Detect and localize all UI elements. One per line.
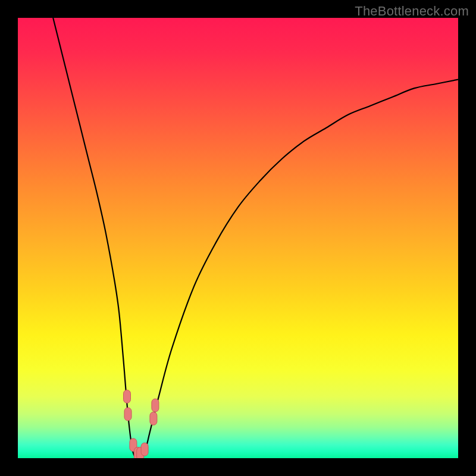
chart-frame: TheBottleneck.com — [0, 0, 476, 476]
watermark-text: TheBottleneck.com — [355, 4, 469, 19]
highlight-point — [124, 390, 131, 403]
highlight-point — [150, 412, 157, 425]
points-group — [124, 390, 159, 458]
highlight-point — [124, 408, 131, 421]
highlight-point — [141, 443, 148, 456]
plot-area — [18, 18, 458, 458]
highlight-points — [18, 18, 458, 458]
highlight-point — [152, 399, 159, 412]
